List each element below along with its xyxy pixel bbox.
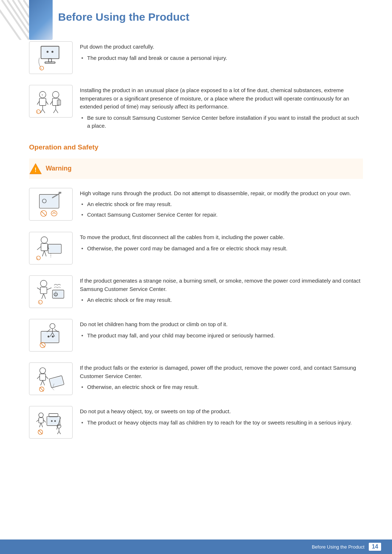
svg-rect-16 bbox=[40, 98, 46, 106]
bullet-w1-2: Contact Samsung Customer Service Center … bbox=[80, 211, 363, 219]
svg-rect-8 bbox=[49, 59, 52, 62]
svg-point-52 bbox=[40, 280, 47, 287]
page-title: Before Using the Product bbox=[58, 11, 392, 23]
text-block-w4: Do not let children hang from the produc… bbox=[80, 319, 363, 342]
section-heading-operation-safety: Operation and Safety bbox=[29, 143, 363, 151]
svg-text:i: i bbox=[37, 110, 38, 114]
svg-line-19 bbox=[43, 110, 45, 113]
warning-label: Warning bbox=[46, 165, 72, 172]
svg-line-21 bbox=[46, 101, 48, 104]
svg-rect-7 bbox=[42, 47, 58, 58]
warning-banner: ! Warning bbox=[29, 159, 363, 179]
svg-line-91 bbox=[36, 420, 38, 422]
text-block-w6: Do not put a heavy object, toy, or sweet… bbox=[80, 406, 363, 429]
svg-line-20 bbox=[37, 101, 39, 104]
svg-line-79 bbox=[37, 376, 40, 379]
svg-point-66 bbox=[48, 336, 49, 337]
svg-rect-65 bbox=[42, 332, 58, 342]
icon-strange-noise: i ⏻ bbox=[29, 275, 73, 308]
svg-line-89 bbox=[40, 423, 41, 427]
svg-point-50 bbox=[36, 256, 40, 260]
text-block-w2: To move the product, first disconnect al… bbox=[80, 232, 363, 255]
svg-line-56 bbox=[37, 288, 40, 290]
icon-disassemble-warning bbox=[29, 188, 73, 221]
text-block-w5: If the product falls or the exterior is … bbox=[80, 362, 363, 394]
svg-point-95 bbox=[51, 420, 53, 422]
icon-move-disconnect: i bbox=[29, 232, 73, 264]
svg-text:?: ? bbox=[41, 94, 43, 97]
svg-point-87 bbox=[39, 413, 44, 418]
svg-text:i: i bbox=[40, 301, 40, 304]
bullet-2-1: Be sure to consult Samsung Customer Serv… bbox=[80, 114, 363, 130]
main-text-w5: If the product falls or the exterior is … bbox=[80, 364, 363, 380]
svg-line-74 bbox=[40, 343, 45, 348]
svg-line-84 bbox=[53, 389, 54, 390]
svg-line-57 bbox=[47, 288, 52, 290]
svg-line-55 bbox=[44, 294, 45, 299]
svg-point-67 bbox=[52, 336, 54, 337]
svg-line-39 bbox=[41, 211, 46, 216]
svg-line-48 bbox=[37, 247, 41, 250]
svg-line-69 bbox=[47, 329, 50, 332]
footer-page-number: 14 bbox=[369, 543, 381, 551]
svg-point-75 bbox=[40, 368, 45, 373]
svg-point-10 bbox=[46, 51, 48, 53]
main-text-w4: Do not let children hang from the produc… bbox=[80, 320, 363, 329]
main-text-w1: High voltage runs through the product. D… bbox=[80, 189, 363, 198]
svg-line-26 bbox=[56, 110, 58, 113]
main-content: i Put down the product carefully. The pr… bbox=[0, 30, 392, 460]
bullet-w1-1: An electric shock or fire may result. bbox=[80, 200, 363, 209]
footer: Before Using the Product 14 bbox=[0, 539, 392, 554]
svg-rect-36 bbox=[59, 192, 61, 193]
warning-item-5: If the product falls or the exterior is … bbox=[29, 362, 363, 395]
bullet-w4-1: The product may fall, and your child may… bbox=[80, 332, 363, 340]
bullet-w5-1: Otherwise, an electric shock or fire may… bbox=[80, 383, 363, 391]
svg-line-25 bbox=[53, 110, 56, 113]
warning-item-1: High voltage runs through the product. D… bbox=[29, 188, 363, 221]
svg-point-96 bbox=[54, 420, 56, 422]
main-text-w2: To move the product, first disconnect al… bbox=[80, 233, 363, 242]
bullet-w3-1: An electric shock or fire may result. bbox=[80, 296, 363, 304]
svg-point-12 bbox=[40, 66, 44, 70]
warning-item-4: Do not let children hang from the produc… bbox=[29, 319, 363, 352]
icon-unusual-place: ? i bbox=[29, 85, 73, 118]
icon-product-falls bbox=[29, 362, 73, 395]
warning-item-2: i To move the product, first disconnect … bbox=[29, 232, 363, 264]
svg-rect-94 bbox=[48, 417, 59, 425]
svg-line-102 bbox=[59, 431, 61, 434]
svg-line-70 bbox=[55, 329, 58, 332]
svg-line-92 bbox=[43, 420, 45, 422]
svg-text:!: ! bbox=[34, 167, 36, 173]
warning-item-6: Do not put a heavy object, toy, or sweet… bbox=[29, 406, 363, 439]
warning-triangle-icon: ! bbox=[29, 162, 42, 175]
svg-line-90 bbox=[41, 423, 43, 427]
svg-point-22 bbox=[53, 91, 59, 98]
svg-rect-34 bbox=[40, 195, 58, 207]
svg-line-77 bbox=[41, 381, 42, 386]
svg-text:⏻: ⏻ bbox=[53, 291, 58, 297]
warning-item-3: i ⏻ If the product generates a strange n… bbox=[29, 275, 363, 308]
svg-rect-9 bbox=[45, 62, 55, 63]
svg-rect-88 bbox=[39, 418, 44, 423]
svg-line-28 bbox=[50, 101, 52, 104]
svg-rect-76 bbox=[40, 374, 45, 381]
icon-children-hang bbox=[29, 319, 73, 352]
icon-heavy-object bbox=[29, 406, 73, 439]
svg-line-80 bbox=[46, 376, 48, 379]
page-header: Before Using the Product bbox=[0, 0, 392, 30]
text-block-2: Installing the product in an unusual pla… bbox=[80, 85, 363, 132]
svg-rect-23 bbox=[53, 98, 59, 106]
bullet-w6-1: The product or heavy objects may fall as… bbox=[80, 419, 363, 427]
svg-line-101 bbox=[57, 431, 59, 434]
svg-line-78 bbox=[43, 381, 45, 386]
bullet-w2-1: Otherwise, the power cord may be damaged… bbox=[80, 245, 363, 253]
svg-rect-53 bbox=[40, 287, 47, 294]
svg-point-60 bbox=[38, 300, 42, 304]
svg-line-47 bbox=[44, 251, 46, 256]
svg-line-18 bbox=[40, 110, 42, 113]
svg-line-86 bbox=[40, 387, 44, 391]
main-text-w3: If the product generates a strange noise… bbox=[80, 277, 363, 293]
svg-point-11 bbox=[52, 51, 53, 53]
instruction-item-2: ? i Installing t bbox=[29, 85, 363, 132]
svg-rect-42 bbox=[41, 243, 48, 251]
